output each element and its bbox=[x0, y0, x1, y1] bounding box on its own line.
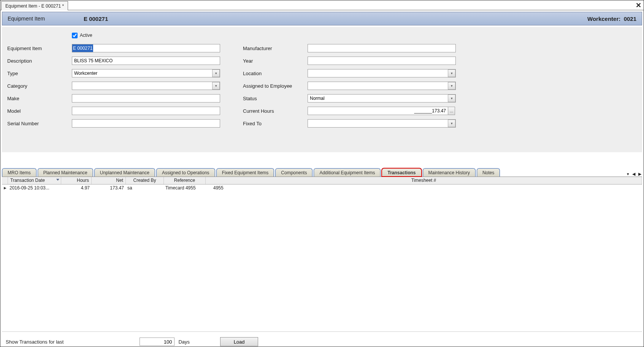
form-left-column: Equipment Item E 000271 Description Type… bbox=[7, 44, 220, 128]
chevron-down-icon[interactable]: ▾ bbox=[448, 120, 455, 127]
sort-desc-icon bbox=[56, 179, 59, 181]
col-timesheet[interactable]: Timesheet # bbox=[206, 177, 642, 184]
cell-hours: 4.97 bbox=[61, 185, 92, 191]
close-icon[interactable]: ✕ bbox=[636, 1, 641, 9]
col-reference[interactable]: Reference bbox=[164, 177, 206, 184]
show-last-label: Show Transactions for last bbox=[6, 339, 63, 345]
active-label: Active bbox=[80, 33, 92, 38]
tab-components[interactable]: Components bbox=[275, 168, 312, 177]
tab-prev-icon[interactable]: ◀ bbox=[631, 172, 636, 177]
row-selector-header bbox=[2, 177, 8, 184]
current-hours-input[interactable] bbox=[308, 107, 448, 115]
chevron-down-icon[interactable]: ▾ bbox=[448, 82, 455, 90]
cell-net: 173.47 bbox=[92, 185, 126, 191]
chevron-down-icon[interactable]: ▾ bbox=[448, 95, 455, 102]
equipment-item-label: Equipment Item bbox=[7, 46, 72, 51]
manufacturer-label: Manufacturer bbox=[243, 46, 308, 51]
grid-body[interactable]: ▶ 2016-09-25 10:03... 4.97 173.47 sa Tim… bbox=[2, 185, 642, 332]
status-select[interactable] bbox=[308, 94, 456, 103]
header-bar: Equipment Item E 000271 Workcenter: 0021 bbox=[2, 12, 642, 25]
location-select[interactable] bbox=[308, 69, 456, 77]
bottom-bar: Show Transactions for last Days Load bbox=[0, 332, 644, 347]
header-title: Equipment Item bbox=[8, 16, 84, 22]
row-marker-icon: ▶ bbox=[2, 186, 8, 190]
tab-notes[interactable]: Notes bbox=[477, 168, 500, 177]
model-input[interactable] bbox=[72, 107, 220, 115]
tab-fixed-equipment[interactable]: Fixed Equipment Items bbox=[216, 168, 274, 177]
category-select[interactable] bbox=[72, 82, 220, 90]
window-tab-bar: Equipment Item - E 000271 * ✕ bbox=[0, 0, 644, 10]
description-input[interactable] bbox=[72, 57, 220, 65]
current-hours-label: Current Hours bbox=[243, 108, 308, 114]
window-tab-title: Equipment Item - E 000271 * bbox=[5, 3, 64, 9]
active-checkbox[interactable] bbox=[72, 33, 78, 38]
category-label: Category bbox=[7, 83, 72, 89]
type-label: Type bbox=[7, 71, 72, 76]
tab-mro-items[interactable]: MRO Items bbox=[2, 168, 36, 177]
cell-created-by: sa bbox=[126, 185, 164, 191]
status-label: Status bbox=[243, 96, 308, 101]
header-equipment-id: E 000271 bbox=[84, 16, 108, 22]
fixed-to-select[interactable] bbox=[308, 119, 456, 128]
cell-date: 2016-09-25 10:03... bbox=[8, 185, 61, 191]
days-input[interactable] bbox=[140, 338, 174, 346]
tab-next-icon[interactable]: ▶ bbox=[638, 172, 642, 177]
model-label: Model bbox=[7, 108, 72, 114]
chevron-down-icon[interactable]: ▾ bbox=[448, 69, 455, 77]
year-input[interactable] bbox=[308, 57, 456, 65]
description-label: Description bbox=[7, 58, 72, 64]
transactions-grid: Transaction Date Hours Net Created By Re… bbox=[2, 177, 642, 332]
window-tab[interactable]: Equipment Item - E 000271 * bbox=[1, 1, 68, 10]
tab-planned-maintenance[interactable]: Planned Maintenance bbox=[38, 168, 93, 177]
assigned-label: Assigned to Employee bbox=[243, 83, 308, 89]
make-label: Make bbox=[7, 96, 72, 101]
tab-maintenance-history[interactable]: Maintenance History bbox=[423, 168, 476, 177]
tab-unplanned-maintenance[interactable]: Unplanned Maintenance bbox=[94, 168, 155, 177]
header-workcenter: Workcenter: 0021 bbox=[587, 16, 636, 22]
col-created-by[interactable]: Created By bbox=[126, 177, 164, 184]
equipment-item-input[interactable] bbox=[72, 44, 220, 52]
tab-bar: MRO Items Planned Maintenance Unplanned … bbox=[2, 167, 642, 177]
assigned-select[interactable] bbox=[308, 82, 456, 90]
col-transaction-date[interactable]: Transaction Date bbox=[8, 177, 61, 184]
ellipsis-icon[interactable]: … bbox=[448, 107, 455, 115]
type-select[interactable] bbox=[72, 69, 220, 77]
serial-label: Serial Number bbox=[7, 121, 72, 126]
form-area: Active Equipment Item E 000271 Descripti… bbox=[2, 27, 642, 152]
year-label: Year bbox=[243, 58, 308, 64]
tab-additional-equipment[interactable]: Additional Equipment Items bbox=[314, 168, 381, 177]
fixed-to-label: Fixed To bbox=[243, 121, 308, 126]
col-net[interactable]: Net bbox=[92, 177, 126, 184]
tab-assigned-operations[interactable]: Assigned to Operations bbox=[156, 168, 215, 177]
location-label: Location bbox=[243, 71, 308, 76]
grid-header: Transaction Date Hours Net Created By Re… bbox=[2, 177, 642, 185]
tab-menu-icon[interactable]: ▾ bbox=[626, 172, 630, 177]
chevron-down-icon[interactable]: ▾ bbox=[212, 82, 220, 90]
manufacturer-input[interactable] bbox=[308, 44, 456, 52]
load-button[interactable]: Load bbox=[220, 337, 258, 346]
days-label: Days bbox=[178, 339, 190, 345]
form-right-column: Manufacturer Year Location ▾ Assigned to… bbox=[243, 44, 456, 128]
cell-timesheet: 4955 bbox=[206, 185, 225, 191]
equipment-item-value: E 000271 bbox=[72, 44, 93, 52]
tab-transactions[interactable]: Transactions bbox=[382, 168, 421, 177]
serial-input[interactable] bbox=[72, 119, 220, 128]
chevron-down-icon[interactable]: ▾ bbox=[212, 69, 220, 77]
table-row[interactable]: ▶ 2016-09-25 10:03... 4.97 173.47 sa Tim… bbox=[2, 185, 642, 191]
cell-reference: Timecard 4955 bbox=[164, 185, 206, 191]
col-hours[interactable]: Hours bbox=[61, 177, 92, 184]
make-input[interactable] bbox=[72, 94, 220, 103]
